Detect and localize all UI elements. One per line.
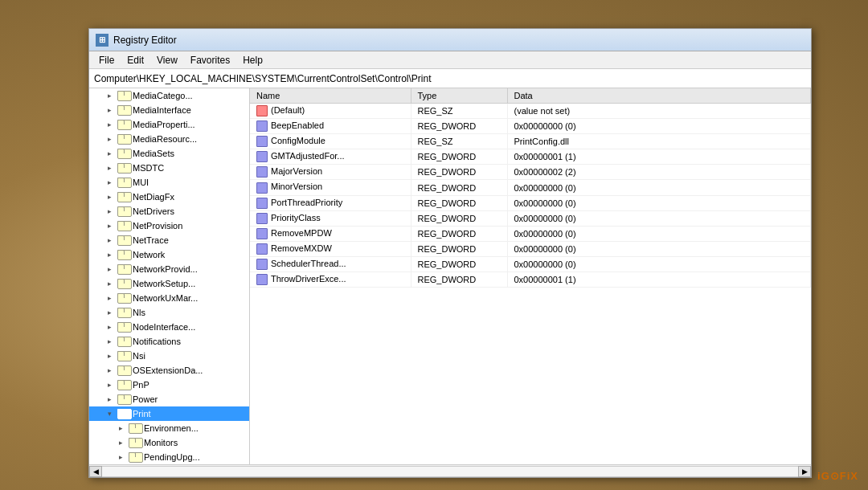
tree-item-NetworkSetup[interactable]: ▸NetworkSetup...: [89, 276, 249, 291]
expand-btn-Notifications[interactable]: ▸: [104, 336, 115, 347]
menu-view[interactable]: View: [150, 53, 184, 67]
tree-item-PendingUpg[interactable]: ▸PendingUpg...: [89, 450, 249, 464]
expand-btn-MUI[interactable]: ▸: [104, 177, 115, 188]
tree-item-Print[interactable]: ▾Print: [89, 406, 249, 421]
table-row[interactable]: (Default)REG_SZ(value not set): [250, 104, 811, 119]
expand-btn-NetDrivers[interactable]: ▸: [104, 206, 115, 217]
tree-item-NetworkUxMar[interactable]: ▸NetworkUxMar...: [89, 291, 249, 305]
tree-item-MUI[interactable]: ▸MUI: [89, 175, 249, 190]
table-row[interactable]: BeepEnabledREG_DWORD0x00000000 (0): [250, 119, 811, 134]
tree-panel[interactable]: ▸MediaCatego...▸MediaInterface▸MediaProp…: [89, 88, 250, 464]
horizontal-scrollbar[interactable]: ◀ ▶: [89, 464, 811, 477]
tree-item-Network[interactable]: ▸Network: [89, 247, 249, 262]
tree-item-MediaProperti[interactable]: ▸MediaProperti...: [89, 117, 249, 132]
table-row[interactable]: GMTAdjustedFor...REG_DWORD0x00000001 (1): [250, 149, 811, 165]
tree-item-MediaInterface[interactable]: ▸MediaInterface: [89, 103, 249, 117]
reg-value-icon: [256, 166, 268, 178]
expand-btn-MSDTC[interactable]: ▸: [104, 162, 115, 174]
menu-edit[interactable]: Edit: [121, 53, 150, 67]
tree-item-Environments[interactable]: ▸Environmen...: [89, 421, 249, 435]
expand-btn-PendingUpg[interactable]: ▸: [115, 451, 126, 463]
expand-btn-Network[interactable]: ▸: [104, 249, 115, 260]
expand-btn-Print[interactable]: ▾: [104, 408, 115, 419]
tree-item-OSExtensionDa[interactable]: ▸OSExtensionDa...: [89, 363, 249, 378]
expand-btn-NetDiagFx[interactable]: ▸: [104, 191, 115, 202]
reg-value-icon: [256, 105, 268, 116]
tree-item-Notifications[interactable]: ▸Notifications: [89, 334, 249, 349]
folder-icon-PendingUpg: [129, 452, 141, 463]
title-bar: ⊞ Registry Editor: [89, 29, 811, 51]
folder-icon-MediaSets: [117, 149, 130, 159]
folder-icon-NetProvision: [117, 221, 130, 231]
scroll-left-btn[interactable]: ◀: [89, 466, 102, 477]
expand-btn-PnP[interactable]: ▸: [104, 379, 115, 390]
expand-btn-Nsi[interactable]: ▸: [104, 350, 115, 361]
folder-icon-Power: [117, 394, 130, 405]
table-row[interactable]: MinorVersionREG_DWORD0x00000000 (0): [250, 180, 811, 195]
tree-item-Monitors[interactable]: ▸Monitors: [89, 435, 249, 450]
reg-value-data: 0x00000000 (0): [507, 226, 811, 241]
expand-btn-NetworkUxMar[interactable]: ▸: [104, 292, 115, 304]
folder-icon-MediaProperti: [117, 120, 130, 130]
reg-value-data: (value not set): [507, 104, 811, 119]
expand-btn-NetProvision[interactable]: ▸: [104, 220, 115, 231]
folder-icon-NodeInterface: [117, 322, 130, 333]
tree-item-MediaResourc[interactable]: ▸MediaResourc...: [89, 132, 249, 146]
expand-btn-Nls[interactable]: ▸: [104, 307, 115, 318]
folder-icon-Notifications: [117, 337, 130, 347]
expand-btn-MediaProperti[interactable]: ▸: [104, 119, 115, 130]
table-row[interactable]: SchedulerThread...REG_DWORD0x00000000 (0…: [250, 256, 811, 272]
tree-item-NetProvision[interactable]: ▸NetProvision: [89, 218, 249, 233]
reg-value-data: PrintConfig.dll: [507, 134, 811, 149]
menu-favorites[interactable]: Favorites: [184, 53, 236, 67]
expand-btn-MediaResourc[interactable]: ▸: [104, 133, 115, 145]
expand-btn-Environments[interactable]: ▸: [115, 423, 126, 434]
tree-item-NetworkProvid[interactable]: ▸NetworkProvid...: [89, 262, 249, 276]
expand-btn-OSExtensionDa[interactable]: ▸: [104, 365, 115, 376]
tree-label-MediaCatego: MediaCatego...: [133, 91, 193, 100]
tree-item-Nsi[interactable]: ▸Nsi: [89, 349, 249, 363]
menu-help[interactable]: Help: [236, 53, 269, 67]
folder-icon-Environments: [129, 423, 141, 434]
table-row[interactable]: PriorityClassREG_DWORD0x00000000 (0): [250, 210, 811, 226]
reg-value-name: RemoveMPDW: [271, 228, 332, 238]
table-row[interactable]: RemoveMPDWREG_DWORD0x00000000 (0): [250, 226, 811, 241]
tree-item-NetDiagFx[interactable]: ▸NetDiagFx: [89, 190, 249, 204]
scroll-right-btn[interactable]: ▶: [798, 466, 811, 477]
expand-btn-NodeInterface[interactable]: ▸: [104, 321, 115, 333]
menu-bar: File Edit View Favorites Help: [89, 51, 811, 69]
folder-icon-Network: [117, 250, 130, 260]
folder-icon-MediaCatego: [117, 91, 130, 101]
menu-file[interactable]: File: [92, 53, 121, 67]
tree-item-MSDTC[interactable]: ▸MSDTC: [89, 161, 249, 175]
expand-btn-Monitors[interactable]: ▸: [115, 437, 126, 448]
tree-label-MediaResourc: MediaResourc...: [133, 134, 197, 144]
tree-item-PnP[interactable]: ▸PnP: [89, 378, 249, 392]
expand-btn-MediaCatego[interactable]: ▸: [104, 90, 115, 101]
expand-btn-Power[interactable]: ▸: [104, 394, 115, 405]
tree-label-MediaInterface: MediaInterface: [133, 105, 191, 115]
table-row[interactable]: RemoveMXDWREG_DWORD0x00000000 (0): [250, 241, 811, 256]
expand-btn-NetworkProvid[interactable]: ▸: [104, 263, 115, 275]
tree-item-Power[interactable]: ▸Power: [89, 392, 249, 406]
col-header-name: Name: [250, 88, 411, 104]
tree-item-MediaSets[interactable]: ▸MediaSets: [89, 146, 249, 161]
tree-item-MediaCatego[interactable]: ▸MediaCatego...: [89, 88, 249, 103]
expand-btn-MediaSets[interactable]: ▸: [104, 148, 115, 159]
folder-icon-MediaResourc: [117, 134, 130, 145]
tree-item-Nls[interactable]: ▸Nls: [89, 305, 249, 320]
table-row[interactable]: ConfigModuleREG_SZPrintConfig.dll: [250, 134, 811, 149]
window-title: Registry Editor: [113, 35, 177, 46]
tree-item-NetTrace[interactable]: ▸NetTrace: [89, 233, 249, 247]
tree-item-NodeInterface[interactable]: ▸NodeInterface...: [89, 320, 249, 334]
table-row[interactable]: ThrowDriverExce...REG_DWORD0x00000001 (1…: [250, 272, 811, 288]
expand-btn-NetworkSetup[interactable]: ▸: [104, 278, 115, 289]
reg-value-icon: [256, 243, 268, 255]
reg-value-type: REG_SZ: [411, 134, 507, 149]
expand-btn-MediaInterface[interactable]: ▸: [104, 104, 115, 116]
table-row[interactable]: MajorVersionREG_DWORD0x00000002 (2): [250, 165, 811, 180]
reg-value-name: ThrowDriverExce...: [271, 274, 346, 284]
table-row[interactable]: PortThreadPriorityREG_DWORD0x00000000 (0…: [250, 195, 811, 210]
expand-btn-NetTrace[interactable]: ▸: [104, 235, 115, 246]
tree-item-NetDrivers[interactable]: ▸NetDrivers: [89, 204, 249, 218]
